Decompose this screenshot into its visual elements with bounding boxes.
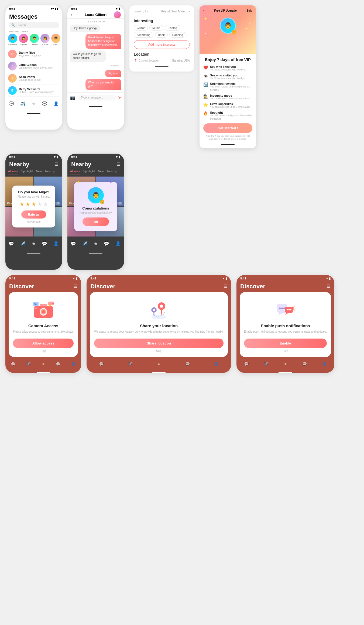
share-location-button[interactable]: Share location bbox=[94, 339, 224, 348]
status-bar: 9:41 ▾ ▮ bbox=[5, 154, 62, 159]
nav-icon[interactable]: 💬 bbox=[56, 362, 60, 366]
star-2[interactable]: ★ bbox=[25, 201, 30, 207]
allow-access-button[interactable]: Allow access bbox=[13, 339, 74, 348]
nav-icon[interactable]: 👤 bbox=[53, 241, 59, 246]
nav-icon[interactable]: 💬 bbox=[104, 241, 109, 246]
home-indicator bbox=[27, 253, 40, 254]
tab-spotlight[interactable]: Spotlight bbox=[83, 170, 95, 174]
tab-spotlight[interactable]: Spotlight bbox=[21, 170, 33, 174]
get-started-button[interactable]: Get started ! bbox=[203, 123, 252, 133]
enable-notifications-button[interactable]: Enable bbox=[244, 339, 327, 348]
send-button[interactable]: ➤ bbox=[118, 95, 121, 100]
nav-icon[interactable]: 💬 bbox=[9, 241, 14, 246]
nav-icon[interactable]: ✈️ bbox=[264, 362, 269, 366]
skip-link[interactable]: Skip bbox=[244, 350, 327, 353]
nav-icon[interactable]: 👤 bbox=[115, 241, 121, 246]
nav-icon[interactable]: ✈️ bbox=[26, 362, 31, 366]
nav-icon[interactable]: 💬 bbox=[71, 241, 76, 246]
row1: 9:41 ▾ ▮ Messages 🔍 Search... ONLINE USE… bbox=[5, 5, 359, 148]
star-1[interactable]: ★ bbox=[19, 201, 24, 207]
back-button[interactable]: ‹ bbox=[71, 13, 72, 17]
tab-new[interactable]: New bbox=[36, 170, 42, 174]
tab-all-user[interactable]: All user bbox=[70, 170, 80, 174]
star-4[interactable]: ★ bbox=[37, 201, 42, 207]
interest-tag-guitar[interactable]: Guitar bbox=[134, 25, 148, 31]
nav-icon[interactable]: 💬 bbox=[99, 362, 104, 366]
msg-sender-name: Jane Gibson bbox=[19, 63, 59, 66]
interest-tag-dancing[interactable]: Dancing bbox=[169, 32, 186, 38]
status-time: 9:41 bbox=[71, 7, 77, 11]
status-bar-chat: 9:41 ▾ ▮ bbox=[67, 5, 124, 11]
nav-icon-discover[interactable]: ✈️ bbox=[20, 101, 26, 106]
tab-new[interactable]: New bbox=[98, 170, 104, 174]
bottom-nav: 💬 ✈️ ★ 💬 👤 bbox=[5, 239, 62, 249]
skip-link[interactable]: Skip bbox=[13, 350, 74, 353]
rate-us-button[interactable]: Rate us bbox=[21, 210, 46, 218]
heart-icon: ❤️ bbox=[203, 65, 208, 70]
online-user-item[interactable]: 👦 Christoph bbox=[8, 34, 17, 46]
interest-tag-fishing[interactable]: Fishing bbox=[165, 25, 180, 31]
status-time: 9:41 bbox=[9, 155, 15, 158]
nav-icon[interactable]: ✈️ bbox=[82, 241, 88, 246]
card-divider bbox=[155, 66, 169, 67]
star-3[interactable]: ★ bbox=[31, 201, 36, 207]
nearby-title: Nearby bbox=[9, 161, 29, 168]
message-item[interactable]: B Betty Schwartz Hi Tina. How's your nig… bbox=[8, 85, 59, 97]
location-title: Location bbox=[134, 52, 190, 56]
tab-all-user[interactable]: All user bbox=[8, 170, 18, 174]
online-user-item[interactable]: 👩 Eugenia bbox=[19, 34, 28, 46]
tab-nearby[interactable]: Nearby bbox=[45, 170, 55, 174]
nav-icon[interactable]: ✈️ bbox=[20, 241, 26, 246]
nav-icon[interactable]: ★ bbox=[284, 362, 287, 366]
home-indicator bbox=[89, 106, 102, 107]
camera-icon[interactable]: 📷 bbox=[70, 95, 75, 100]
battery-icon: ▮ bbox=[329, 277, 331, 280]
menu-icon[interactable]: ☰ bbox=[224, 284, 227, 289]
nav-icon[interactable]: 👤 bbox=[322, 362, 327, 366]
menu-icon[interactable]: ☰ bbox=[54, 162, 58, 167]
nav-icon[interactable]: 👤 bbox=[214, 362, 219, 366]
chat-input[interactable]: Type a message... bbox=[78, 95, 116, 100]
nav-icon-profile[interactable]: 👤 bbox=[53, 101, 59, 106]
interest-tag-music[interactable]: Music bbox=[149, 25, 163, 31]
menu-icon[interactable]: ☰ bbox=[116, 162, 120, 167]
nav-icon[interactable]: ★ bbox=[157, 362, 161, 366]
nav-icon[interactable]: 💬 bbox=[42, 241, 47, 246]
nav-icon[interactable]: ★ bbox=[32, 241, 36, 246]
nav-icon[interactable]: 💬 bbox=[244, 362, 249, 366]
card-title: Camera Access bbox=[28, 323, 58, 328]
search-bar[interactable]: 🔍 Search... bbox=[9, 22, 59, 28]
star-5[interactable]: ★ bbox=[43, 201, 48, 207]
nav-icon-chat[interactable]: 💬 bbox=[9, 101, 14, 106]
nav-icon[interactable]: 💬 bbox=[185, 362, 190, 366]
online-user-item[interactable]: 👦 Jeffrey bbox=[30, 34, 39, 46]
nav-icon[interactable]: ★ bbox=[94, 241, 98, 246]
add-interests-button[interactable]: Add more interests bbox=[134, 40, 190, 49]
message-item[interactable]: D Danny Rice Hey! How's it going? bbox=[8, 48, 59, 60]
vip-skip-button[interactable]: Skip bbox=[247, 9, 252, 12]
ok-button[interactable]: Ok bbox=[83, 217, 109, 226]
interest-tag-book[interactable]: Book bbox=[155, 32, 168, 38]
vip-benefit-liked: ❤️ See who liked you You'll see everyone… bbox=[203, 65, 252, 72]
interest-tag-swimming[interactable]: Swimming bbox=[134, 32, 153, 38]
maybe-later-link[interactable]: Maybe later bbox=[16, 220, 51, 223]
nav-icon[interactable]: 👤 bbox=[71, 362, 76, 366]
vip-back-button[interactable]: ‹ bbox=[203, 9, 204, 12]
current-location-label: 📍 Current location bbox=[134, 59, 160, 62]
nav-icon[interactable]: ★ bbox=[42, 362, 45, 366]
menu-icon[interactable]: ☰ bbox=[327, 284, 331, 289]
status-icons: ▾ ▮ bbox=[223, 277, 227, 280]
online-user-item[interactable]: 👩 Laura bbox=[40, 34, 50, 46]
skip-link[interactable]: Skip bbox=[94, 350, 224, 353]
nav-icon[interactable]: 💬 bbox=[302, 362, 307, 366]
message-item[interactable]: S Sean Potter Sounds good to me! bbox=[8, 72, 59, 85]
tab-nearby[interactable]: Nearby bbox=[107, 170, 117, 174]
nav-icon[interactable]: 💬 bbox=[11, 362, 15, 366]
user-name: Jeffrey bbox=[31, 43, 37, 46]
nav-icon[interactable]: ✈️ bbox=[128, 362, 133, 366]
nav-icon-messages[interactable]: 💬 bbox=[42, 101, 47, 106]
online-user-item[interactable]: 👦 Ear... bbox=[51, 34, 60, 46]
nav-icon-favorites[interactable]: ★ bbox=[32, 101, 36, 106]
message-item[interactable]: J Jane Gibson What kind of music do you … bbox=[8, 60, 59, 72]
menu-icon[interactable]: ☰ bbox=[74, 284, 77, 289]
